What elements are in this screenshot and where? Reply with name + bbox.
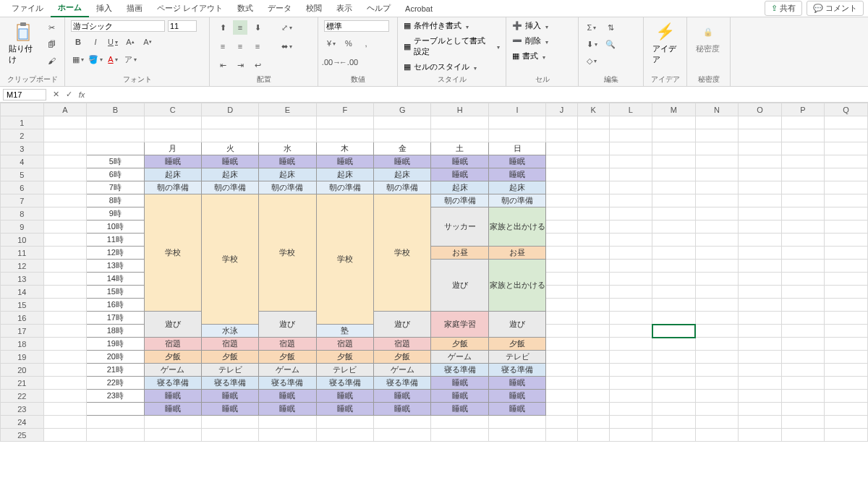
cell-A14[interactable] bbox=[43, 286, 87, 299]
cell-P8[interactable] bbox=[781, 207, 825, 221]
cell-B9[interactable]: 10時 bbox=[87, 221, 144, 234]
cell-Q24[interactable] bbox=[825, 416, 868, 429]
cell-A2[interactable] bbox=[43, 129, 87, 142]
cell-M1[interactable] bbox=[652, 116, 696, 129]
cell-B15[interactable]: 16時 bbox=[87, 299, 144, 312]
cell-H1[interactable] bbox=[431, 116, 488, 129]
cell-J6[interactable] bbox=[546, 181, 578, 194]
italic-button[interactable]: I bbox=[88, 35, 103, 49]
col-header-P[interactable]: P bbox=[781, 103, 825, 116]
cell-N18[interactable] bbox=[695, 338, 739, 351]
cell-M25[interactable] bbox=[652, 429, 696, 442]
select-all-corner[interactable] bbox=[1, 103, 44, 116]
col-header-G[interactable]: G bbox=[374, 103, 431, 116]
col-header-Q[interactable]: Q bbox=[825, 103, 868, 116]
decrease-decimal-button[interactable]: ←.00 bbox=[341, 55, 356, 69]
format-cells-button[interactable]: ▦ 書式 bbox=[512, 51, 545, 61]
sensitivity-button[interactable]: 🔒 秘密度 bbox=[693, 20, 723, 56]
cell-O2[interactable] bbox=[739, 129, 782, 142]
cell-J11[interactable] bbox=[546, 247, 578, 260]
cell-D19[interactable]: 夕飯 bbox=[201, 351, 258, 364]
cell-A18[interactable] bbox=[43, 338, 87, 351]
cell-H6[interactable]: 起床 bbox=[431, 181, 488, 194]
cell-P3[interactable] bbox=[781, 142, 825, 155]
cell-Q19[interactable] bbox=[825, 351, 868, 364]
cell-A22[interactable] bbox=[43, 390, 87, 403]
cell-H8[interactable]: サッカー bbox=[431, 207, 488, 247]
cell-O3[interactable] bbox=[739, 142, 782, 155]
cell-D7[interactable]: 学校 bbox=[201, 194, 258, 325]
format-as-table-button[interactable]: ▦ テーブルとして書式設定 bbox=[404, 35, 500, 57]
cell-M18[interactable] bbox=[652, 338, 696, 351]
cell-P15[interactable] bbox=[781, 299, 825, 312]
cell-O4[interactable] bbox=[739, 155, 782, 168]
cell-J22[interactable] bbox=[546, 390, 578, 403]
cell-F4[interactable]: 睡眠 bbox=[316, 155, 373, 168]
row-header-2[interactable]: 2 bbox=[1, 129, 44, 142]
cell-E3[interactable]: 水 bbox=[259, 142, 316, 155]
cell-B24[interactable] bbox=[87, 416, 144, 429]
tab-insert[interactable]: 挿入 bbox=[89, 0, 119, 17]
cell-J12[interactable] bbox=[546, 260, 578, 273]
cell-B5[interactable]: 6時 bbox=[87, 168, 144, 181]
tab-acrobat[interactable]: Acrobat bbox=[398, 1, 440, 16]
cell-M22[interactable] bbox=[652, 390, 696, 403]
cell-Q10[interactable] bbox=[825, 234, 868, 247]
cell-E19[interactable]: 夕飯 bbox=[259, 351, 316, 364]
cell-F18[interactable]: 宿題 bbox=[316, 338, 373, 351]
cell-P22[interactable] bbox=[781, 390, 825, 403]
cell-N5[interactable] bbox=[695, 168, 739, 181]
cell-A4[interactable] bbox=[43, 155, 87, 168]
cell-L21[interactable] bbox=[609, 377, 652, 390]
cell-L2[interactable] bbox=[609, 129, 652, 142]
cell-O19[interactable] bbox=[739, 351, 782, 364]
cell-Q25[interactable] bbox=[825, 429, 868, 442]
phonetic-button[interactable]: ア bbox=[123, 52, 137, 67]
cell-H4[interactable]: 睡眠 bbox=[431, 155, 488, 168]
cell-N2[interactable] bbox=[695, 129, 739, 142]
cell-E1[interactable] bbox=[259, 116, 316, 129]
cell-K19[interactable] bbox=[577, 351, 609, 364]
cell-P5[interactable] bbox=[781, 168, 825, 181]
cell-F20[interactable]: テレビ bbox=[316, 364, 373, 377]
cell-N23[interactable] bbox=[695, 403, 739, 416]
cell-J24[interactable] bbox=[546, 416, 578, 429]
cell-P20[interactable] bbox=[781, 364, 825, 377]
cell-B19[interactable]: 20時 bbox=[87, 351, 144, 364]
cell-K3[interactable] bbox=[577, 142, 609, 155]
cell-N11[interactable] bbox=[695, 247, 739, 260]
cell-F17[interactable]: 塾 bbox=[316, 325, 373, 338]
col-header-C[interactable]: C bbox=[144, 103, 201, 116]
cell-D2[interactable] bbox=[201, 129, 258, 142]
cell-E25[interactable] bbox=[259, 429, 316, 442]
cell-H21[interactable]: 睡眠 bbox=[431, 377, 488, 390]
cell-B21[interactable]: 22時 bbox=[87, 377, 144, 390]
fill-color-button[interactable]: 🪣 bbox=[88, 52, 103, 67]
cell-Q6[interactable] bbox=[825, 181, 868, 194]
cell-J20[interactable] bbox=[546, 364, 578, 377]
cell-E6[interactable]: 朝の準備 bbox=[259, 181, 316, 194]
cell-H7[interactable]: 朝の準備 bbox=[431, 194, 488, 207]
row-header-11[interactable]: 11 bbox=[1, 247, 44, 260]
cell-K7[interactable] bbox=[577, 194, 609, 207]
cell-C18[interactable]: 宿題 bbox=[144, 338, 201, 351]
cell-I11[interactable]: お昼 bbox=[488, 247, 545, 260]
cell-F7[interactable]: 学校 bbox=[316, 194, 373, 325]
cell-A12[interactable] bbox=[43, 260, 87, 273]
cell-L10[interactable] bbox=[609, 234, 652, 247]
cell-C24[interactable] bbox=[144, 416, 201, 429]
cell-Q18[interactable] bbox=[825, 338, 868, 351]
cell-A10[interactable] bbox=[43, 234, 87, 247]
cell-P19[interactable] bbox=[781, 351, 825, 364]
cell-A9[interactable] bbox=[43, 221, 87, 234]
cell-L6[interactable] bbox=[609, 181, 652, 194]
cell-P16[interactable] bbox=[781, 312, 825, 325]
cell-O18[interactable] bbox=[739, 338, 782, 351]
cell-P17[interactable] bbox=[781, 325, 825, 338]
row-header-17[interactable]: 17 bbox=[1, 325, 44, 338]
orientation-button[interactable]: ⤢ bbox=[279, 20, 294, 35]
cell-N13[interactable] bbox=[695, 273, 739, 286]
cell-B4[interactable]: 5時 bbox=[87, 155, 144, 168]
cell-H16[interactable]: 家庭学習 bbox=[431, 312, 488, 338]
percent-button[interactable]: % bbox=[341, 36, 356, 51]
